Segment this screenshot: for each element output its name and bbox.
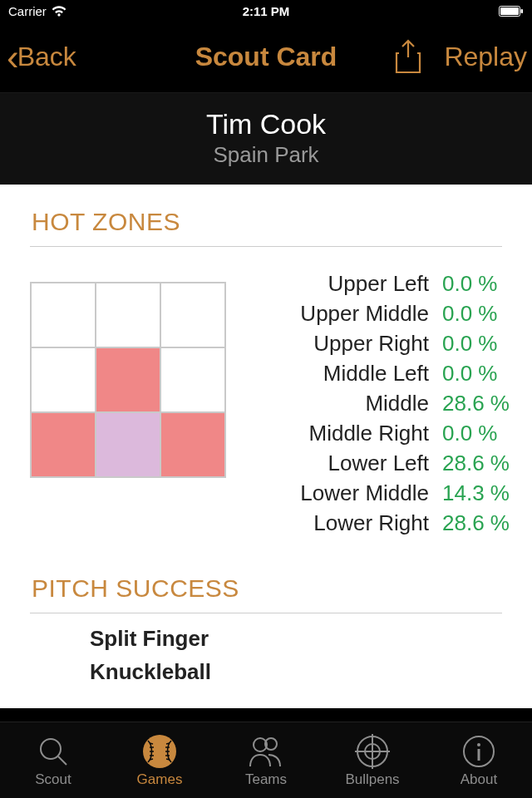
zone-stat-label: Upper Right bbox=[313, 328, 429, 358]
hot-zones-body: Upper Left0.0 %Upper Middle0.0 %Upper Ri… bbox=[0, 247, 532, 538]
zone-stat-value: 0.0 % bbox=[439, 358, 515, 388]
svg-point-13 bbox=[477, 743, 480, 746]
zone-cell-5 bbox=[161, 348, 224, 411]
carrier-label: Carrier bbox=[8, 4, 47, 18]
zone-stat-row: Lower Middle14.3 % bbox=[234, 478, 515, 508]
target-icon bbox=[354, 733, 391, 770]
zone-stat-label: Lower Right bbox=[313, 508, 429, 538]
status-time: 2:11 PM bbox=[243, 4, 290, 18]
zone-stat-value: 0.0 % bbox=[439, 328, 515, 358]
pitch-success-body: Split FingerKnuckleball bbox=[0, 613, 532, 688]
zone-stat-label: Middle Right bbox=[308, 418, 429, 448]
share-button[interactable] bbox=[394, 39, 424, 76]
zone-cell-3 bbox=[32, 348, 95, 411]
zone-stat-row: Upper Middle0.0 % bbox=[234, 298, 515, 328]
page-title: Scout Card bbox=[195, 42, 337, 72]
zone-stat-label: Upper Left bbox=[328, 268, 429, 298]
back-button[interactable]: ‹ Back bbox=[7, 39, 76, 76]
zone-cell-6 bbox=[32, 413, 95, 476]
zone-stat-row: Lower Right28.6 % bbox=[234, 508, 515, 538]
pitch-item: Split Finger bbox=[0, 622, 532, 655]
svg-point-3 bbox=[41, 739, 61, 759]
replay-button[interactable]: Replay bbox=[444, 42, 527, 72]
tab-bar: ScoutGamesTeamsBullpensAbout bbox=[0, 722, 532, 798]
nav-bar: ‹ Back Scout Card Replay bbox=[0, 22, 532, 93]
tab-about[interactable]: About bbox=[429, 733, 529, 788]
svg-point-5 bbox=[143, 735, 176, 768]
people-icon bbox=[248, 733, 284, 770]
baseball-icon bbox=[141, 733, 178, 770]
wifi-icon bbox=[52, 6, 66, 17]
svg-line-4 bbox=[58, 756, 66, 765]
zone-stat-value: 28.6 % bbox=[439, 508, 515, 538]
tab-scout[interactable]: Scout bbox=[3, 733, 103, 788]
zone-stat-label: Lower Left bbox=[328, 448, 429, 478]
tab-teams[interactable]: Teams bbox=[216, 733, 316, 788]
zone-stat-row: Lower Left28.6 % bbox=[234, 448, 515, 478]
status-left: Carrier bbox=[8, 4, 66, 18]
status-bar: Carrier 2:11 PM bbox=[0, 0, 532, 22]
zone-grid bbox=[30, 282, 226, 478]
zone-stat-row: Upper Right0.0 % bbox=[234, 328, 515, 358]
zone-stat-value: 0.0 % bbox=[439, 298, 515, 328]
hot-zones-title: HOT ZONES bbox=[0, 185, 532, 246]
zone-cell-7 bbox=[96, 413, 160, 476]
zone-stat-row: Middle Right0.0 % bbox=[234, 418, 515, 448]
zone-stat-value: 14.3 % bbox=[439, 478, 515, 508]
zone-stat-row: Middle Left0.0 % bbox=[234, 358, 515, 388]
zone-stat-label: Middle Left bbox=[323, 358, 429, 388]
zone-cell-4 bbox=[96, 348, 160, 411]
pitch-item: Knuckleball bbox=[0, 655, 532, 688]
zone-grid-wrap bbox=[30, 268, 226, 538]
tab-label: Scout bbox=[35, 771, 71, 788]
tab-label: About bbox=[461, 771, 497, 788]
zone-stat-row: Upper Left0.0 % bbox=[234, 268, 515, 298]
nav-right: Replay bbox=[394, 39, 527, 76]
status-right bbox=[499, 6, 524, 17]
zone-stat-label: Upper Middle bbox=[300, 298, 429, 328]
svg-rect-14 bbox=[478, 749, 480, 761]
battery-icon bbox=[499, 6, 524, 17]
info-icon bbox=[461, 733, 497, 770]
zone-stat-value: 28.6 % bbox=[439, 448, 515, 478]
svg-rect-1 bbox=[500, 7, 519, 15]
zone-cell-0 bbox=[32, 283, 95, 347]
zone-cell-1 bbox=[96, 283, 160, 347]
zone-cell-2 bbox=[161, 283, 224, 347]
zone-stat-value: 28.6 % bbox=[439, 388, 515, 418]
tab-bullpens[interactable]: Bullpens bbox=[323, 733, 422, 788]
zone-stat-value: 0.0 % bbox=[439, 268, 515, 298]
zone-stat-label: Middle bbox=[365, 388, 429, 418]
zone-stat-label: Lower Middle bbox=[300, 478, 429, 508]
player-name: Tim Cook bbox=[0, 108, 532, 140]
tab-label: Teams bbox=[245, 771, 287, 788]
player-team: Spain Park bbox=[0, 142, 532, 168]
tab-games[interactable]: Games bbox=[110, 733, 209, 788]
svg-rect-2 bbox=[521, 9, 524, 13]
tab-label: Bullpens bbox=[345, 771, 399, 788]
pitch-success-title: PITCH SUCCESS bbox=[0, 538, 532, 613]
zone-cell-8 bbox=[161, 413, 224, 476]
player-header: Tim Cook Spain Park bbox=[0, 93, 532, 185]
content-scroll[interactable]: HOT ZONES Upper Left0.0 %Upper Middle0.0… bbox=[0, 185, 532, 708]
zone-stat-row: Middle28.6 % bbox=[234, 388, 515, 418]
zone-stats: Upper Left0.0 %Upper Middle0.0 %Upper Ri… bbox=[234, 268, 515, 538]
back-label: Back bbox=[17, 42, 76, 72]
search-icon bbox=[35, 733, 71, 770]
tab-label: Games bbox=[137, 771, 183, 788]
zone-stat-value: 0.0 % bbox=[439, 418, 515, 448]
